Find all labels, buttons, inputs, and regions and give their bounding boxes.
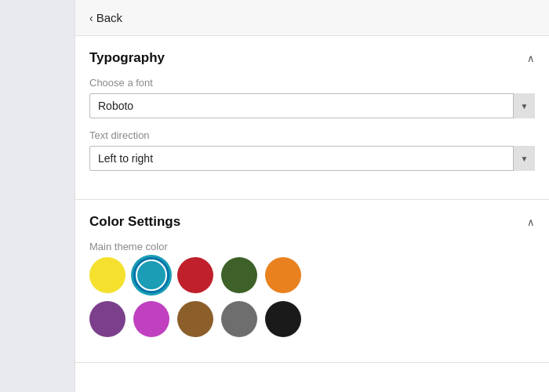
color-swatch-gray[interactable]: [221, 301, 257, 337]
back-chevron-icon: ‹: [89, 12, 93, 24]
font-select[interactable]: Roboto Arial Georgia Helvetica Times New…: [89, 93, 535, 118]
color-swatch-yellow[interactable]: [89, 257, 125, 293]
color-swatch-teal[interactable]: [133, 257, 169, 293]
color-settings-collapse-icon[interactable]: ∧: [527, 216, 535, 228]
typography-title: Typography: [89, 50, 165, 66]
back-label: Back: [96, 11, 122, 24]
color-swatch-dark-green[interactable]: [221, 257, 257, 293]
typography-header: Typography ∧: [89, 50, 535, 66]
direction-select[interactable]: Left to right Right to left: [89, 146, 535, 171]
main-panel: ‹ Back Typography ∧ Choose a font Roboto…: [75, 0, 549, 392]
color-swatch-black[interactable]: [265, 301, 301, 337]
font-label: Choose a font: [89, 77, 535, 89]
color-settings-section: Color Settings ∧ Main theme color: [75, 200, 549, 363]
color-settings-header: Color Settings ∧: [89, 214, 535, 230]
typography-collapse-icon[interactable]: ∧: [527, 53, 535, 64]
color-settings-title: Color Settings: [89, 214, 180, 230]
color-swatch-red[interactable]: [177, 257, 213, 293]
color-swatch-brown[interactable]: [177, 301, 213, 337]
color-swatch-dark-purple[interactable]: [89, 301, 125, 337]
back-button[interactable]: ‹ Back: [89, 11, 122, 24]
sidebar-left: [0, 0, 75, 392]
typography-section: Typography ∧ Choose a font Roboto Arial …: [75, 36, 549, 200]
direction-label: Text direction: [89, 129, 535, 141]
font-select-wrapper: Roboto Arial Georgia Helvetica Times New…: [89, 93, 535, 118]
color-row-2: [89, 301, 535, 337]
direction-select-wrapper: Left to right Right to left ▼: [89, 146, 535, 171]
main-theme-label: Main theme color: [89, 241, 535, 252]
color-swatch-magenta[interactable]: [133, 301, 169, 337]
back-section: ‹ Back: [75, 0, 549, 36]
color-row-1: [89, 257, 535, 293]
color-swatch-orange[interactable]: [265, 257, 301, 293]
